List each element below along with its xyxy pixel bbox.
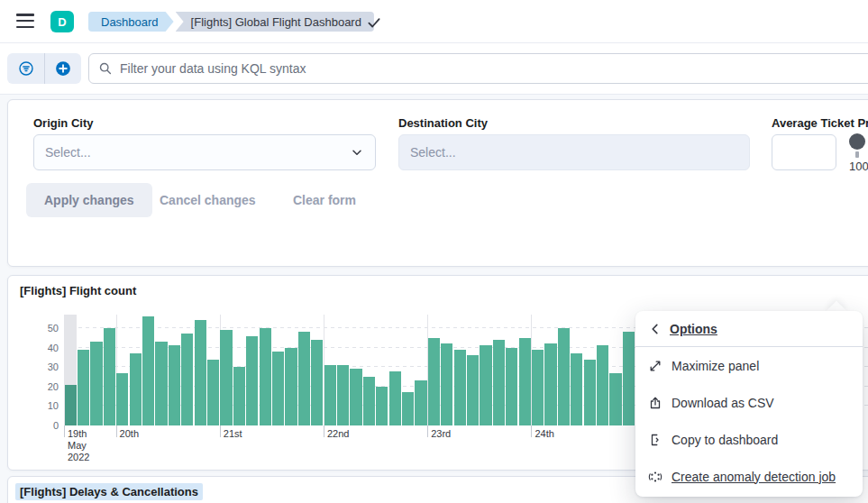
bar [623,332,635,425]
y-tick-label: 40 [48,343,59,353]
avg-ticket-price-label: Average Ticket Price [772,116,868,130]
chevron-down-icon [350,145,364,160]
bar [298,332,310,425]
x-tick [531,425,532,437]
menu-item-download-csv[interactable]: Download as CSV [635,384,863,421]
bar [584,360,596,425]
origin-city-label: Origin City [33,116,93,130]
bar [311,340,323,425]
bar [506,348,517,425]
destination-city-label: Destination City [398,116,488,130]
x-tick [220,425,221,437]
apply-changes-button[interactable]: Apply changes [26,183,152,217]
bar [350,369,361,425]
x-tick [64,425,65,437]
kql-search-input[interactable] [120,61,866,76]
controls-panel: Origin City Select... Destination City S… [7,99,868,267]
bar [609,373,621,425]
x-tick [116,425,117,437]
menu-item-label: Copy to dashboard [672,433,778,447]
cancel-changes-button[interactable]: Cancel changes [160,183,256,217]
ml-icon [648,470,662,484]
bar [441,343,452,425]
destination-city-select[interactable]: Select... [398,134,750,170]
bar [337,365,349,425]
menu-item-label: Download as CSV [672,396,774,410]
menu-item-maximize-panel[interactable]: Maximize panel [635,347,863,384]
x-tick-label: 24th [535,428,553,440]
bar [519,338,531,425]
chevron-left-icon [648,322,662,336]
bar [544,343,556,425]
bar [415,380,426,425]
y-tick-label: 50 [48,323,59,334]
bar [402,392,414,425]
bar [233,367,245,425]
bar [78,350,89,425]
bar [207,360,219,425]
clear-form-button[interactable]: Clear form [293,183,356,217]
y-tick-label: 0 [53,420,59,431]
saved-query-menu-button[interactable] [7,53,44,84]
x-tick [427,425,428,437]
bar [376,387,388,425]
search-icon [98,61,113,76]
bar [155,342,167,425]
breadcrumb-current-dashboard[interactable]: [Flights] Global Flight Dashboard [176,12,374,32]
bar [597,345,608,425]
bar [272,352,284,425]
bar [363,377,375,425]
bar [558,328,570,425]
plus-circle-icon [55,60,71,77]
breadcrumb-dashboard[interactable]: Dashboard [88,12,174,32]
menu-item-create-anomaly-job[interactable]: Create anomaly detection job [635,458,863,495]
bar [246,336,258,425]
x-tick-label: 19th May 2022 [68,428,89,463]
kql-search-box [88,53,868,84]
bar [260,328,271,425]
bar [493,340,505,425]
query-toolbar [0,43,868,95]
filter-icon [18,60,34,77]
bar [104,328,115,425]
bar [571,353,582,425]
y-tick-label: 10 [48,400,59,411]
bar [480,345,491,425]
bar [65,385,77,425]
copy-icon [648,433,662,447]
bar [454,350,466,425]
options-menu-title: Options [670,322,717,336]
panel-options-menu: Options Maximize panel Download as CSV C… [635,311,863,497]
menu-icon[interactable] [16,14,34,30]
bar [324,365,336,425]
x-tick-label: 20th [120,428,139,440]
space-avatar[interactable]: D [50,11,74,32]
maximize-icon [648,359,662,373]
bar [467,355,479,425]
x-tick [324,425,324,437]
destination-city-placeholder: Select... [410,145,456,160]
y-tick-label: 20 [48,381,59,392]
menu-item-label: Create anomaly detection job [672,470,836,484]
price-slider-handle[interactable] [849,133,865,150]
add-filter-button[interactable] [44,53,81,84]
menu-item-copy-to-dashboard[interactable]: Copy to dashboard [635,421,863,458]
bar [195,320,206,425]
download-icon [648,396,662,410]
price-slider-value: 100 [849,160,868,173]
origin-city-select[interactable]: Select... [33,134,376,170]
options-back-button[interactable]: Options [635,311,863,347]
bar [532,350,544,425]
bar [220,330,232,425]
bar [181,334,193,425]
flight-count-panel-title: [Flights] Flight count [15,282,141,299]
origin-city-placeholder: Select... [45,145,91,160]
bar [130,353,142,425]
avg-ticket-price-input[interactable] [772,134,836,170]
app-header: D Dashboard [Flights] Global Flight Dash… [0,0,868,43]
x-tick-label: 22nd [327,428,349,440]
bar [428,338,440,425]
menu-item-label: Maximize panel [672,359,759,373]
y-tick-label: 30 [48,361,59,372]
bar [169,345,180,425]
